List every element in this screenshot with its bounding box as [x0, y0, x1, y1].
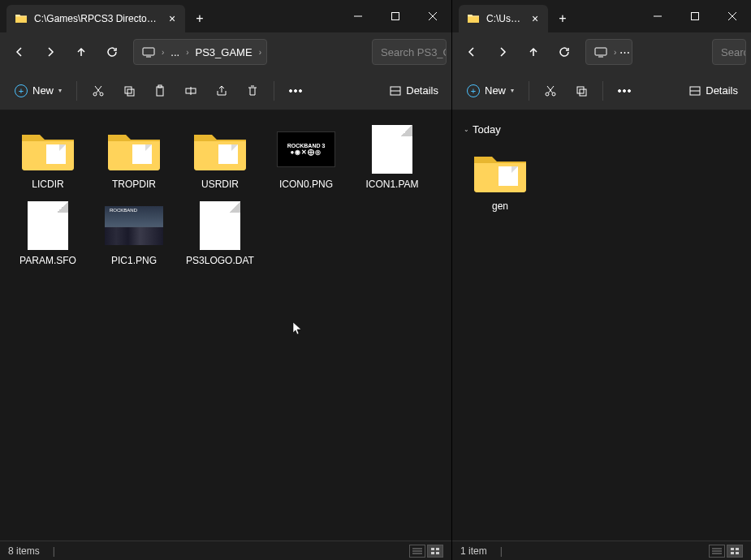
- copy-button[interactable]: [114, 76, 144, 106]
- maximize-button[interactable]: [676, 0, 714, 32]
- chevron-right-icon[interactable]: ›: [612, 48, 618, 57]
- details-label: Details: [406, 84, 438, 97]
- file-item[interactable]: PS3LOGO.DAT: [177, 196, 263, 273]
- status-text: 8 items: [8, 545, 40, 557]
- item-label: TROPDIR: [112, 179, 156, 190]
- svg-rect-27: [692, 13, 699, 20]
- forward-button[interactable]: [488, 37, 517, 67]
- toolbar: + New ▾ Details: [452, 71, 751, 110]
- file-icon: ROCKBAND: [105, 201, 163, 250]
- svg-rect-1: [392, 13, 399, 20]
- file-item[interactable]: TROPDIR: [91, 120, 177, 196]
- close-button[interactable]: [714, 0, 751, 32]
- svg-rect-9: [127, 89, 134, 96]
- refresh-button[interactable]: [550, 37, 579, 67]
- svg-point-6: [93, 93, 97, 96]
- chevron-down-icon: ▾: [58, 87, 62, 94]
- item-label: ICON0.PNG: [279, 179, 333, 190]
- back-button[interactable]: [5, 37, 34, 67]
- refresh-button[interactable]: [97, 37, 127, 67]
- tab-title: C:\Games\RPCS3 Directory\ga: [34, 13, 159, 24]
- cut-button[interactable]: [536, 76, 565, 106]
- pc-icon[interactable]: [137, 40, 160, 64]
- back-button[interactable]: [457, 37, 486, 67]
- list-view-button[interactable]: [409, 545, 425, 558]
- new-label: New: [485, 84, 506, 97]
- cut-button[interactable]: [84, 76, 113, 106]
- search-input[interactable]: Searc: [712, 39, 746, 65]
- file-icon: [363, 125, 421, 174]
- pc-icon[interactable]: [589, 40, 612, 64]
- breadcrumb-segment[interactable]: ⋯: [618, 40, 632, 64]
- svg-point-16: [300, 89, 302, 92]
- up-button[interactable]: [67, 37, 96, 67]
- file-item[interactable]: LICDIR: [5, 120, 91, 196]
- new-button[interactable]: + New ▾: [6, 78, 70, 104]
- close-tab-icon[interactable]: ×: [529, 12, 542, 25]
- svg-rect-44: [731, 548, 734, 550]
- close-button[interactable]: [414, 0, 451, 32]
- svg-point-38: [628, 89, 631, 92]
- file-item[interactable]: gen: [457, 142, 543, 218]
- statusbar: 8 items |: [0, 541, 451, 560]
- breadcrumb-segment[interactable]: PS3_GAME: [191, 40, 257, 64]
- tab-title: C:\Users\ca: [486, 13, 522, 24]
- breadcrumb[interactable]: › ... › PS3_GAME ›: [133, 39, 267, 65]
- minimize-button[interactable]: [639, 0, 676, 32]
- paste-button[interactable]: [145, 76, 175, 106]
- folder-icon: [467, 12, 480, 25]
- grid-view-button[interactable]: [727, 545, 743, 558]
- forward-button[interactable]: [36, 37, 65, 67]
- tab[interactable]: C:\Games\RPCS3 Directory\ga ×: [6, 5, 185, 32]
- minimize-button[interactable]: [339, 0, 377, 32]
- file-item[interactable]: USRDIR: [177, 120, 263, 196]
- chevron-right-icon[interactable]: ›: [160, 48, 166, 57]
- delete-button[interactable]: [238, 76, 267, 106]
- new-tab-button[interactable]: +: [185, 5, 214, 32]
- close-tab-icon[interactable]: ×: [166, 12, 179, 25]
- new-button[interactable]: + New ▾: [459, 78, 522, 104]
- search-input[interactable]: Search PS3_G: [372, 39, 447, 65]
- grid-view-button[interactable]: [427, 545, 443, 558]
- file-item[interactable]: ICON1.PAM: [349, 120, 435, 196]
- item-label: PARAM.SFO: [19, 255, 76, 266]
- more-button[interactable]: [281, 76, 310, 106]
- window-controls: [639, 0, 751, 32]
- content-area[interactable]: LICDIRTROPDIRUSRDIRROCKBAND 3●◉✕⨁◎ICON0.…: [0, 110, 451, 541]
- maximize-button[interactable]: [377, 0, 414, 32]
- share-button[interactable]: [207, 76, 236, 106]
- svg-point-15: [295, 89, 297, 92]
- list-view-button[interactable]: [709, 545, 725, 558]
- file-item[interactable]: ROCKBANDPIC1.PNG: [91, 196, 177, 273]
- svg-rect-46: [731, 552, 734, 554]
- file-item[interactable]: PARAM.SFO: [5, 196, 91, 273]
- new-tab-button[interactable]: +: [548, 5, 577, 32]
- file-item[interactable]: ROCKBAND 3●◉✕⨁◎ICON0.PNG: [263, 120, 349, 196]
- item-label: PIC1.PNG: [111, 255, 157, 266]
- titlebar[interactable]: C:\Games\RPCS3 Directory\ga × +: [0, 0, 451, 32]
- group-header[interactable]: ⌄ Today: [457, 120, 746, 142]
- svg-point-33: [552, 93, 555, 96]
- chevron-right-icon[interactable]: ›: [257, 48, 263, 57]
- chevron-right-icon[interactable]: ›: [184, 48, 190, 57]
- copy-button[interactable]: [567, 76, 596, 106]
- tab[interactable]: C:\Users\ca ×: [459, 5, 548, 32]
- content-area[interactable]: ⌄ Today gen: [452, 110, 751, 541]
- plus-circle-icon: +: [467, 84, 480, 97]
- svg-rect-8: [125, 87, 132, 93]
- explorer-window-right: C:\Users\ca × + › ⋯ Searc + New ▾: [451, 0, 751, 560]
- details-button[interactable]: Details: [383, 76, 445, 106]
- more-button[interactable]: [610, 76, 639, 106]
- titlebar[interactable]: C:\Users\ca × +: [452, 0, 751, 32]
- rename-button[interactable]: [176, 76, 205, 106]
- explorer-window-left: C:\Games\RPCS3 Directory\ga × + › ... › …: [0, 0, 451, 560]
- details-label: Details: [706, 84, 738, 97]
- breadcrumb-segment[interactable]: ...: [166, 40, 184, 64]
- details-button[interactable]: Details: [683, 76, 745, 106]
- item-label: USRDIR: [201, 179, 239, 190]
- svg-rect-23: [436, 548, 439, 550]
- search-placeholder: Search PS3_G: [381, 46, 447, 58]
- breadcrumb[interactable]: › ⋯: [585, 39, 632, 65]
- up-button[interactable]: [519, 37, 548, 67]
- window-controls: [339, 0, 451, 32]
